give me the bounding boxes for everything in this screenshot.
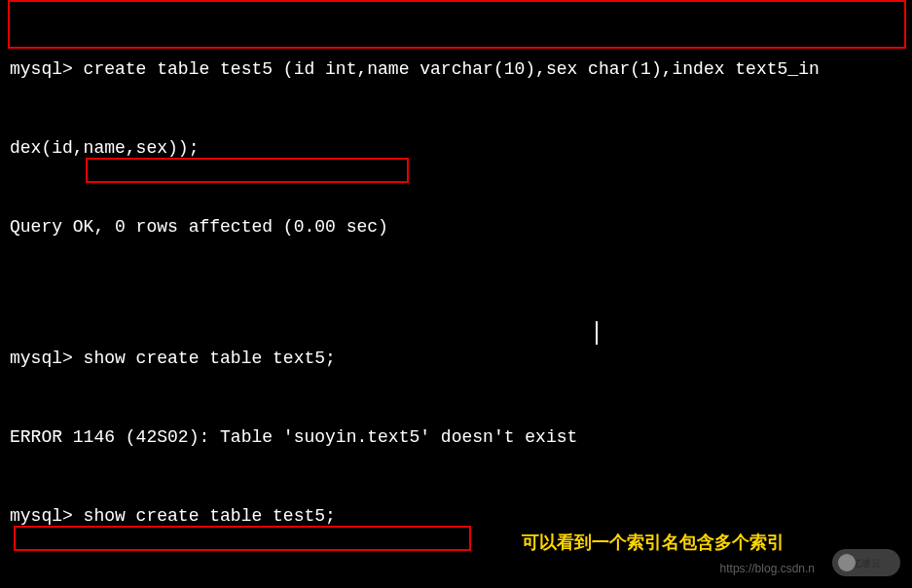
terminal-line: +-------+-------------------------------… [10,582,902,588]
terminal-line: mysql> show create table test5; [10,503,902,530]
terminal-line: ERROR 1146 (42S02): Table 'suoyin.text5'… [10,424,902,451]
cloud-icon [838,554,856,571]
annotation-text: 可以看到一个索引名包含多个索引 [522,530,784,556]
brand-logo: 亿速云 [832,549,900,576]
watermark-text: https://blog.csdn.n [720,560,815,577]
terminal-line: Query OK, 0 rows affected (0.00 sec) [10,214,902,240]
terminal-cursor [596,321,598,345]
terminal-line: mysql> show create table text5; [10,346,902,372]
terminal-line: dex(id,name,sex)); [10,135,902,162]
logo-text: 亿速云 [852,556,881,570]
terminal-line: mysql> create table test5 (id int,name v… [10,56,902,83]
terminal-output: mysql> create table test5 (id int,name v… [10,4,902,588]
